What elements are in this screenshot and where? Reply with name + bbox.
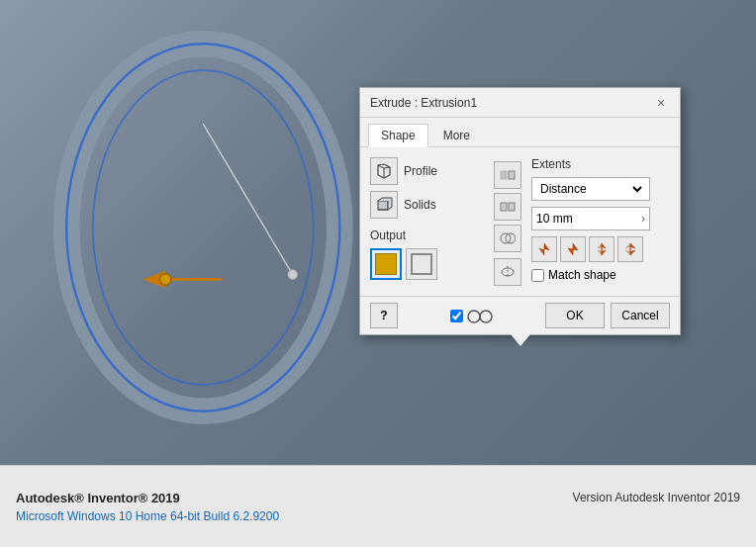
solids-row: Solids [370, 191, 484, 219]
direction-arrow-2-icon [565, 241, 581, 257]
svg-rect-13 [509, 203, 515, 211]
help-button[interactable]: ? [370, 303, 398, 328]
direction-btn-4[interactable] [617, 236, 643, 262]
extrude-dialog: Extrude : Extrusion1 × Shape More [359, 87, 681, 335]
svg-point-0 [66, 44, 339, 410]
distance-select[interactable]: Distance Through All To Between [531, 177, 650, 201]
flip-icon-2 [500, 199, 516, 215]
output-buttons [370, 248, 484, 280]
match-shape-label: Match shape [548, 268, 616, 282]
cancel-button[interactable]: Cancel [611, 303, 670, 328]
dialog-body: Profile Solids Output [360, 147, 680, 296]
mid-btn-4[interactable] [494, 258, 521, 286]
solids-button[interactable] [370, 191, 398, 219]
svg-marker-24 [625, 243, 630, 255]
statusbar: Autodesk® Inventor® 2019 Version Autodes… [0, 465, 756, 547]
left-section: Profile Solids Output [370, 157, 484, 280]
direction-symmetric-icon [594, 241, 610, 257]
preview-checkbox[interactable] [450, 310, 463, 322]
profile-button[interactable] [370, 157, 398, 185]
mid-btn-3[interactable] [494, 225, 521, 252]
solids-label: Solids [404, 198, 436, 212]
footer-left: ? [370, 303, 398, 328]
solids-icon [375, 196, 393, 214]
revolve-icon [500, 264, 516, 280]
svg-rect-9 [378, 201, 388, 210]
svg-point-4 [288, 270, 298, 280]
profile-row: Profile [370, 157, 484, 185]
dialog-tabs: Shape More [360, 118, 680, 147]
direction-btn-3[interactable] [589, 236, 614, 262]
svg-marker-22 [598, 243, 602, 255]
footer-right: OK Cancel [545, 303, 670, 328]
flip-icon-1 [500, 167, 516, 183]
svg-point-25 [468, 311, 480, 322]
output-label: Output [370, 228, 406, 242]
mid-column [494, 161, 521, 286]
direction-arrow-1-icon [536, 241, 552, 257]
svg-marker-23 [630, 243, 635, 255]
output-solid-button[interactable] [370, 248, 402, 280]
distance-value: 10 mm [536, 212, 573, 226]
dialog-titlebar: Extrude : Extrusion1 × [360, 88, 680, 118]
direction-icons-row [531, 236, 670, 262]
match-shape-checkbox[interactable] [531, 269, 544, 282]
extents-label: Extents [531, 157, 670, 171]
app-name: Autodesk® Inventor® 2019 [16, 491, 180, 505]
distance-select-input[interactable]: Distance Through All To Between [536, 181, 645, 197]
svg-line-3 [203, 124, 292, 274]
match-shape-row: Match shape [531, 268, 670, 282]
output-surface-button[interactable] [406, 248, 437, 280]
svg-point-2 [93, 70, 314, 385]
svg-rect-12 [501, 203, 507, 211]
solid-icon [375, 253, 397, 275]
preview-glasses-icon [466, 307, 494, 324]
dialog-close-button[interactable]: × [652, 94, 670, 112]
version-text: Version Autodesk Inventor 2019 [573, 491, 740, 504]
dialog-pointer [511, 334, 530, 346]
direction-asymmetric-icon [622, 241, 638, 257]
direction-btn-1[interactable] [531, 236, 557, 262]
svg-point-7 [159, 274, 170, 285]
preview-check-row [450, 307, 494, 324]
dialog-title: Extrude : Extrusion1 [370, 96, 477, 110]
svg-rect-11 [509, 171, 515, 179]
svg-rect-10 [501, 171, 507, 179]
svg-point-26 [480, 311, 492, 322]
intersect-icon [500, 230, 516, 246]
ring-shape [49, 30, 366, 425]
right-section: Extents Distance Through All To Between … [531, 157, 670, 282]
tab-more[interactable]: More [430, 124, 483, 146]
svg-marker-21 [602, 243, 606, 255]
tab-shape[interactable]: Shape [368, 124, 428, 147]
os-info: Microsoft Windows 10 Home 64-bit Build 6… [16, 509, 740, 523]
profile-label: Profile [404, 164, 437, 178]
value-arrow-icon: › [641, 212, 645, 226]
mid-btn-2[interactable] [494, 193, 521, 221]
dialog-footer: ? OK Cancel [360, 296, 680, 334]
mid-btn-1[interactable] [494, 161, 521, 189]
svg-marker-18 [539, 243, 549, 255]
distance-value-field[interactable]: 10 mm › [531, 207, 650, 230]
ok-button[interactable]: OK [545, 303, 605, 328]
surface-icon [411, 253, 432, 275]
profile-icon [375, 162, 393, 180]
direction-btn-2[interactable] [560, 236, 586, 262]
